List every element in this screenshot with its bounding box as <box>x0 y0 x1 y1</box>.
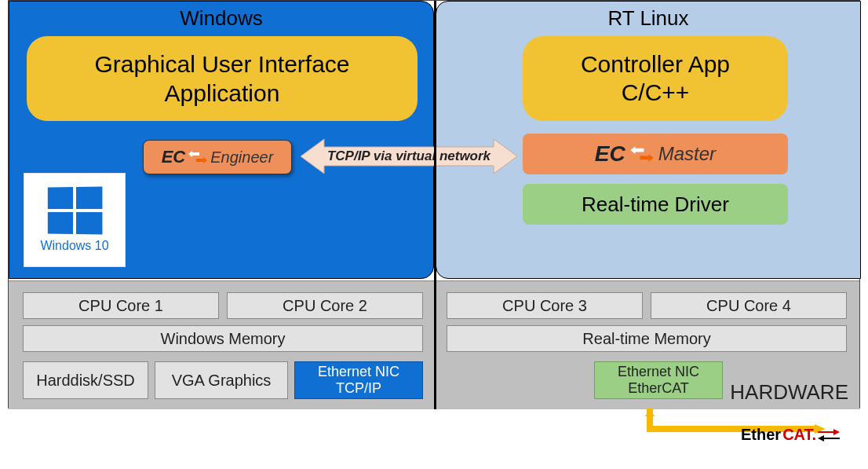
svg-marker-8 <box>818 435 840 442</box>
nic-tcpip-line2: TCP/IP <box>336 380 381 397</box>
controller-line2: C/C++ <box>622 79 690 107</box>
ec-engineer-suffix: Engineer <box>210 148 273 167</box>
ethernet-nic-tcpip-box: Ethernet NIC TCP/IP <box>294 361 423 399</box>
nic-ecat-line1: Ethernet NIC <box>618 364 699 380</box>
svg-marker-5 <box>645 409 655 416</box>
realtime-memory-box: Real-time Memory <box>447 325 847 352</box>
gui-line2: Application <box>165 79 280 108</box>
hardware-label: HARDWARE <box>730 380 848 405</box>
architecture-diagram: Windows Graphical User Interface Applica… <box>8 0 860 409</box>
windows-logo-text: Windows 10 <box>40 239 108 253</box>
svg-marker-3 <box>640 154 653 162</box>
ec-master-box: EC Master <box>523 134 788 174</box>
windows-memory-box: Windows Memory <box>23 325 423 352</box>
cpu-core-1-box: CPU Core 1 <box>23 292 219 319</box>
gui-application-box: Graphical User Interface Application <box>27 36 418 121</box>
ec-master-suffix: Master <box>658 143 716 165</box>
windows-title: Windows <box>9 6 433 31</box>
cpu-core-2-box: CPU Core 2 <box>227 292 423 319</box>
ethernet-nic-ethercat-box: Ethernet NIC EtherCAT <box>594 361 723 399</box>
harddisk-box: Harddisk/SSD <box>23 361 148 399</box>
gui-line1: Graphical User Interface <box>94 49 349 79</box>
ethercat-logo: EtherCAT. <box>741 426 840 444</box>
svg-marker-7 <box>818 429 840 435</box>
cpu-core-4-box: CPU Core 4 <box>651 292 847 319</box>
svg-marker-1 <box>196 157 207 163</box>
nic-ecat-line2: EtherCAT <box>628 380 689 397</box>
rt-driver-box: Real-time Driver <box>523 184 788 225</box>
svg-marker-2 <box>630 146 644 154</box>
rt-linux-title: RT Linux <box>436 6 860 31</box>
ethercat-ether: Ether <box>741 426 781 444</box>
ethercat-arrow-icon <box>818 429 840 442</box>
ec-engineer-prefix: EC <box>162 147 186 167</box>
ec-master-prefix: EC <box>595 141 625 167</box>
controller-line1: Controller App <box>581 50 730 79</box>
nic-tcpip-line1: Ethernet NIC <box>318 364 399 380</box>
tcp-ip-arrow: TCP/IP via virtual network <box>301 136 517 177</box>
cpu-core-3-box: CPU Core 3 <box>447 292 643 319</box>
ec-engineer-box: EC Engineer <box>143 140 292 174</box>
ethercat-cat: CAT. <box>782 426 816 444</box>
svg-marker-0 <box>188 151 199 157</box>
vertical-divider <box>434 1 436 409</box>
vga-box: VGA Graphics <box>155 361 288 399</box>
bidirectional-arrow-icon <box>188 150 207 164</box>
windows-logo-icon <box>48 186 103 234</box>
windows-logo: Windows 10 <box>24 173 126 267</box>
tcp-ip-label: TCP/IP via virtual network <box>301 136 517 177</box>
controller-app-box: Controller App C/C++ <box>523 36 788 121</box>
bidirectional-arrow-icon <box>630 145 654 163</box>
